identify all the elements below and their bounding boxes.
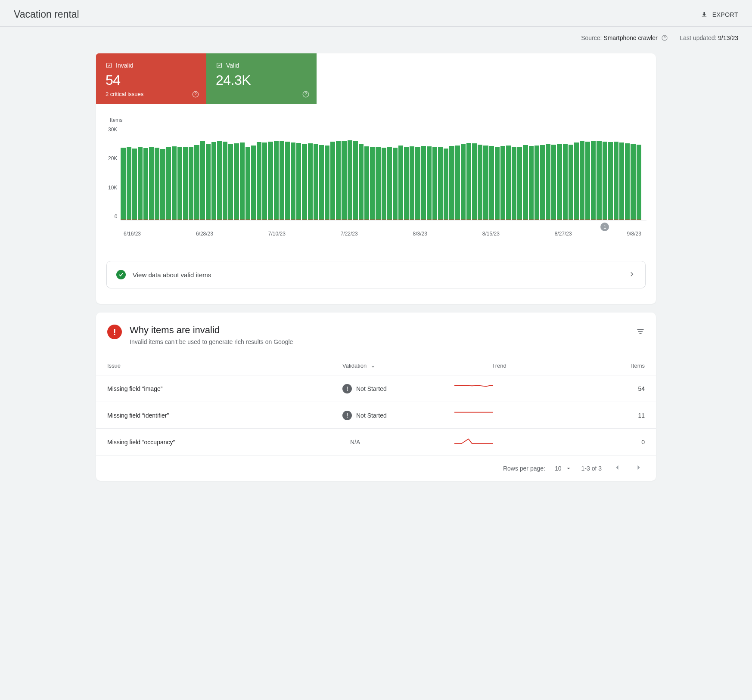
chart-bar[interactable]: [194, 145, 199, 220]
chart-bar[interactable]: [517, 147, 522, 220]
chart-bar[interactable]: [625, 143, 630, 220]
chart-bar[interactable]: [637, 145, 641, 220]
chart-bar[interactable]: [245, 147, 250, 220]
chart-bar[interactable]: [127, 147, 131, 220]
chart-bar[interactable]: [302, 144, 307, 220]
chart-bar[interactable]: [160, 149, 165, 220]
filter-button[interactable]: [636, 325, 645, 337]
chart-bar[interactable]: [506, 146, 511, 220]
chart-bar[interactable]: [211, 142, 216, 220]
chart-bar[interactable]: [274, 141, 279, 220]
chart-bar[interactable]: [631, 144, 635, 220]
col-validation[interactable]: Validation: [331, 356, 443, 375]
chart-bar[interactable]: [132, 149, 137, 220]
chart-plot[interactable]: 1: [121, 126, 646, 220]
chart-bar[interactable]: [382, 148, 386, 220]
chart-bar[interactable]: [121, 148, 125, 220]
chart-bar[interactable]: [155, 148, 159, 220]
chart-bar[interactable]: [557, 144, 562, 220]
next-page-button[interactable]: [633, 462, 645, 475]
chart-bar[interactable]: [234, 143, 239, 220]
chart-bar[interactable]: [540, 145, 545, 220]
chart-bar[interactable]: [166, 147, 171, 220]
chart-bar[interactable]: [427, 146, 432, 220]
chart-bar[interactable]: [608, 142, 613, 220]
col-issue[interactable]: Issue: [96, 356, 331, 375]
chart-bar[interactable]: [240, 142, 245, 220]
chart-bar[interactable]: [172, 146, 177, 220]
chart-bar[interactable]: [296, 143, 301, 220]
chart-bar[interactable]: [461, 144, 466, 220]
chart-bar[interactable]: [512, 147, 516, 220]
table-row[interactable]: Missing field “image”!Not Started54: [96, 375, 656, 402]
chart-bar[interactable]: [619, 142, 624, 220]
chart-bar[interactable]: [319, 145, 324, 220]
chart-bar[interactable]: [563, 144, 568, 220]
table-row[interactable]: Missing field “identifier”!Not Started11: [96, 402, 656, 429]
view-valid-items-button[interactable]: View data about valid items: [106, 261, 646, 288]
chart-bar[interactable]: [189, 147, 193, 220]
chart-bar[interactable]: [546, 144, 550, 220]
chart-bar[interactable]: [330, 142, 335, 220]
chart-bar[interactable]: [138, 147, 143, 220]
chart-bar[interactable]: [143, 148, 148, 220]
chart-bar[interactable]: [359, 144, 364, 220]
chart-bar[interactable]: [483, 146, 488, 220]
chart-bar[interactable]: [466, 143, 471, 220]
chart-bar[interactable]: [262, 142, 267, 220]
chart-bar[interactable]: [574, 142, 579, 220]
chart-bar[interactable]: [523, 145, 528, 220]
export-button[interactable]: EXPORT: [700, 11, 738, 19]
chart-bar[interactable]: [348, 140, 352, 220]
invalid-tile[interactable]: Invalid 54 2 critical issues: [96, 53, 206, 104]
chart-bar[interactable]: 1: [603, 142, 607, 220]
help-icon[interactable]: [192, 90, 199, 98]
chart-bar[interactable]: [387, 147, 392, 220]
chart-bar[interactable]: [376, 147, 380, 220]
chart-bar[interactable]: [393, 148, 398, 220]
chart-bar[interactable]: [455, 146, 460, 220]
chart-bar[interactable]: [495, 147, 500, 220]
chart-bar[interactable]: [569, 145, 573, 220]
chart-bar[interactable]: [285, 142, 290, 220]
chart-bar[interactable]: [257, 142, 261, 220]
chart-bar[interactable]: [251, 146, 256, 220]
chart-bar[interactable]: [206, 144, 211, 220]
chart-bar[interactable]: [444, 149, 448, 220]
chart-bar[interactable]: [529, 146, 534, 220]
chart-bar[interactable]: [410, 146, 414, 220]
chart-bar[interactable]: [421, 146, 426, 220]
chart-bar[interactable]: [280, 141, 284, 220]
help-icon[interactable]: [302, 90, 310, 98]
chart-bar[interactable]: [398, 146, 403, 220]
chart-bar[interactable]: [432, 147, 437, 220]
chart-bar[interactable]: [500, 146, 505, 220]
chart-bar[interactable]: [308, 143, 313, 220]
chart-bar[interactable]: [415, 147, 420, 220]
chart-bar[interactable]: [314, 144, 318, 220]
chart-bar[interactable]: [228, 144, 233, 220]
chart-bar[interactable]: [353, 141, 358, 220]
chart-bar[interactable]: [449, 146, 454, 220]
chart-bar[interactable]: [551, 145, 556, 220]
col-items[interactable]: Items: [555, 356, 656, 375]
col-trend[interactable]: Trend: [443, 356, 555, 375]
chart-bar[interactable]: [223, 142, 227, 220]
chart-bar[interactable]: [183, 147, 188, 220]
chart-bar[interactable]: [177, 147, 182, 220]
chart-bar[interactable]: [370, 147, 375, 220]
chart-bar[interactable]: [217, 141, 222, 220]
help-icon[interactable]: [661, 34, 668, 41]
chart-bar[interactable]: [325, 146, 329, 220]
chart-bar[interactable]: [585, 142, 590, 220]
chart-bar[interactable]: [342, 141, 346, 220]
chart-bar[interactable]: [534, 146, 539, 220]
prev-page-button[interactable]: [611, 462, 623, 475]
chart-bar[interactable]: [597, 141, 601, 220]
chart-bar[interactable]: [472, 143, 477, 220]
valid-tile[interactable]: Valid 24.3K: [206, 53, 317, 104]
chart-bar[interactable]: [149, 147, 154, 220]
chart-bar[interactable]: [580, 141, 584, 220]
chart-bar[interactable]: [268, 142, 273, 220]
chart-bar[interactable]: [591, 141, 596, 220]
